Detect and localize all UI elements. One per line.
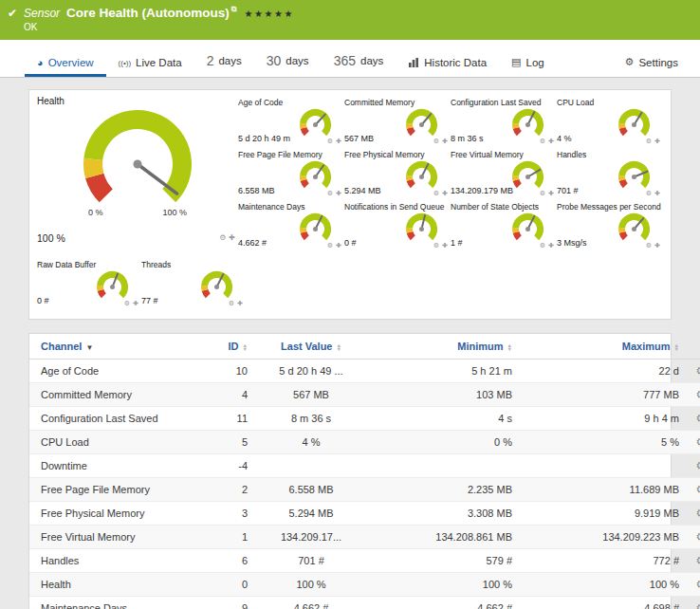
- cell-channel: Free Virtual Memory: [29, 526, 194, 549]
- column-header-minimum[interactable]: Minimum▲▼: [371, 334, 516, 360]
- tab-label: Settings: [638, 57, 678, 68]
- priority-stars[interactable]: ★★★★★: [245, 9, 294, 19]
- cell-max: 772 #: [516, 549, 683, 573]
- overview-icon: ◕: [37, 57, 44, 68]
- gear-icon[interactable]: ⚙: [540, 242, 545, 249]
- channel-settings-icon[interactable]: ⚙: [696, 364, 700, 378]
- tab-bar: ◕Overview((•))Live Data2days30days365day…: [0, 40, 700, 78]
- gear-icon[interactable]: ⚙: [433, 138, 439, 145]
- pin-icon[interactable]: ✚: [442, 190, 448, 197]
- gauge-value: 3 Msg/s: [557, 238, 587, 248]
- gauge-value: 0 #: [344, 238, 357, 248]
- channel-settings-icon[interactable]: ⚙: [696, 388, 700, 401]
- cell-max: 22 d: [516, 360, 683, 383]
- channel-settings-icon[interactable]: ⚙: [696, 412, 700, 425]
- cell-channel: Downtime: [29, 454, 194, 478]
- cell-last: 100 %: [251, 573, 371, 597]
- gauge-value: 567 MB: [344, 134, 374, 143]
- pin-icon[interactable]: ✚: [336, 242, 341, 249]
- pin-icon[interactable]: ✚: [133, 300, 138, 307]
- channel-settings-icon[interactable]: ⚙: [696, 435, 700, 449]
- status-check-icon: ✔: [8, 7, 17, 20]
- gear-icon[interactable]: ⚙: [646, 242, 652, 249]
- channel-settings-icon[interactable]: ⚙: [696, 483, 700, 496]
- gauge-title: Age of Code: [238, 96, 344, 107]
- main-content: Health 0 % 100 % 100 % ⚙✚ Age of Code5 d…: [0, 78, 700, 609]
- channel-settings-icon[interactable]: ⚙: [696, 507, 700, 520]
- cell-last: 6.558 MB: [251, 478, 371, 502]
- pin-icon[interactable]: ✚: [654, 138, 660, 145]
- tab-log[interactable]: ▤Log: [499, 51, 557, 77]
- cell-last: 701 #: [251, 549, 371, 573]
- status-badge: OK: [24, 22, 294, 32]
- gauge-value: 5 d 20 h 49 m: [238, 134, 290, 143]
- channels-table: Channel▼ID▲▼Last Value▲▼Minimum▲▼Maximum…: [29, 334, 700, 609]
- column-header-channel[interactable]: Channel▼: [29, 334, 194, 360]
- tab-settings[interactable]: ⚙Settings: [613, 51, 691, 77]
- tab-2-days[interactable]: 2days: [194, 48, 254, 77]
- pin-icon[interactable]: ✚: [442, 138, 448, 145]
- tab-label: days: [286, 55, 308, 66]
- cell-channel: Free Page File Memory: [29, 478, 194, 502]
- gauge-card-configuration-last-saved: Configuration Last Saved8 m 36 s⚙✚: [451, 96, 557, 148]
- gear-icon[interactable]: ⚙: [327, 242, 333, 249]
- channel-settings-icon[interactable]: ⚙: [696, 554, 700, 567]
- table-row-free-virtual-memory: Free Virtual Memory1134.209.17...134.208…: [29, 526, 700, 549]
- column-header-maximum[interactable]: Maximum▲▼: [516, 334, 683, 360]
- cell-min: 5 h 21 m: [371, 360, 516, 383]
- column-header-last-value[interactable]: Last Value▲▼: [251, 334, 371, 360]
- channel-settings-icon[interactable]: ⚙: [696, 578, 700, 591]
- gear-icon[interactable]: ⚙: [646, 138, 652, 145]
- tab-label: Historic Data: [424, 57, 487, 68]
- table-row-configuration-last-saved: Configuration Last Saved118 m 36 s4 s9 h…: [29, 407, 700, 431]
- tab-label: Live Data: [136, 57, 182, 68]
- gauge-title: Raw Data Buffer: [37, 258, 141, 269]
- gauge-value: 4 %: [557, 134, 572, 143]
- channel-settings-icon[interactable]: ⚙: [696, 601, 700, 609]
- gear-icon[interactable]: ⚙: [124, 300, 130, 307]
- channel-settings-icon[interactable]: ⚙: [696, 459, 700, 472]
- gear-icon[interactable]: ⚙: [327, 190, 333, 197]
- table-row-maintenance-days: Maintenance Days94.662 #4.662 #4.698 #⚙: [29, 597, 700, 609]
- gauge-value: 1 #: [451, 238, 463, 248]
- tab-historic-data[interactable]: Historic Data: [396, 52, 499, 77]
- gauge-value: 701 #: [557, 186, 579, 195]
- gauge-value: 8 m 36 s: [451, 134, 484, 143]
- pin-icon[interactable]: ✚: [548, 190, 554, 197]
- gear-icon[interactable]: ⚙: [433, 242, 439, 249]
- pin-icon[interactable]: ✚: [442, 242, 448, 249]
- gauge-scale-max: 100 %: [162, 208, 187, 217]
- column-header-id[interactable]: ID▲▼: [194, 334, 251, 360]
- cell-min: 100 %: [371, 573, 516, 597]
- pin-icon[interactable]: ✚: [237, 300, 243, 307]
- pin-icon[interactable]: ✚: [548, 138, 554, 145]
- table-row-committed-memory: Committed Memory4567 MB103 MB777 MB⚙: [29, 383, 700, 407]
- pin-icon[interactable]: ✚: [548, 242, 554, 249]
- tab-overview[interactable]: ◕Overview: [25, 52, 106, 77]
- pin-icon[interactable]: ✚: [336, 190, 341, 197]
- pin-icon[interactable]: ✚: [336, 138, 341, 145]
- gear-icon[interactable]: ⚙: [540, 138, 545, 145]
- gear-icon[interactable]: ⚙: [540, 190, 545, 197]
- gear-icon[interactable]: ⚙: [327, 138, 333, 145]
- cell-id: 11: [194, 407, 251, 431]
- pin-icon[interactable]: ✚: [654, 242, 660, 249]
- gauge-title: Probe Messages per Second: [557, 200, 663, 212]
- tab-30-days[interactable]: 30days: [254, 48, 322, 77]
- pin-icon[interactable]: ✚: [654, 190, 660, 197]
- tab-live-data[interactable]: ((•))Live Data: [106, 52, 194, 77]
- tab-365-days[interactable]: 365days: [322, 48, 396, 77]
- gear-icon[interactable]: ⚙: [219, 233, 226, 242]
- cell-id: 5: [194, 431, 251, 454]
- pin-icon[interactable]: ✚: [229, 233, 235, 242]
- cell-last: 567 MB: [251, 383, 371, 407]
- gauge-title: Handles: [557, 148, 663, 159]
- gauge-value: 0 #: [37, 296, 49, 305]
- gear-icon[interactable]: ⚙: [433, 190, 439, 197]
- gauge-value: 77 #: [141, 296, 158, 305]
- gear-icon[interactable]: ⚙: [646, 190, 652, 197]
- channel-settings-icon[interactable]: ⚙: [696, 530, 700, 544]
- table-row-age-of-code: Age of Code105 d 20 h 49 ...5 h 21 m22 d…: [29, 360, 700, 383]
- gauge-title: Health: [37, 96, 238, 106]
- gear-icon[interactable]: ⚙: [229, 300, 234, 307]
